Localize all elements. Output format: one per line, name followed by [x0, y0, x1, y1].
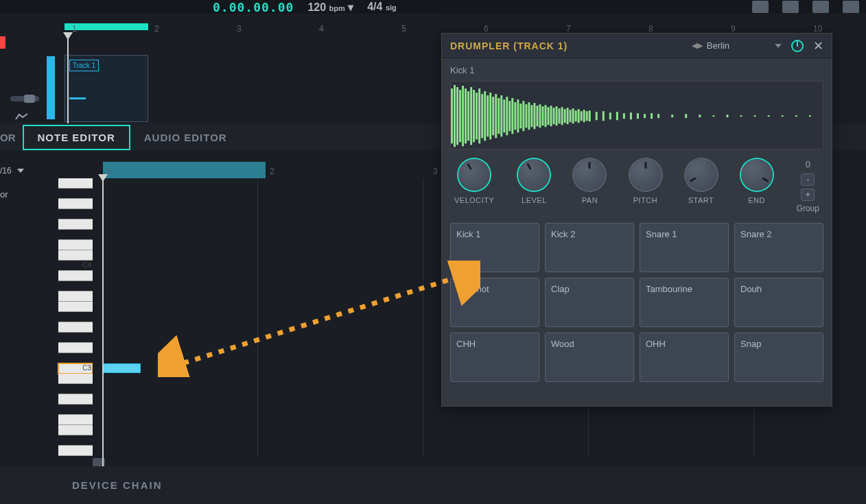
piano-key-white[interactable] [58, 240, 93, 250]
svg-rect-47 [581, 111, 583, 121]
drum-pad-kick-1[interactable]: Kick 1 [450, 223, 539, 272]
svg-rect-67 [754, 115, 756, 117]
group-minus-button[interactable]: - [801, 173, 815, 186]
tab-note-editor[interactable]: NOTE EDITOR [23, 125, 130, 150]
piano-key-black[interactable] [58, 353, 93, 363]
piano-key-black[interactable] [58, 333, 93, 343]
svg-rect-18 [500, 95, 502, 136]
piano-key-white[interactable] [58, 199, 93, 209]
piano-key-white[interactable] [58, 219, 93, 230]
power-button[interactable] [791, 40, 804, 52]
device-chain-label[interactable]: DEVICE CHAIN [72, 479, 163, 491]
piano-key-white[interactable] [58, 446, 93, 456]
piano-key-black[interactable] [58, 312, 93, 322]
svg-rect-4 [462, 86, 464, 146]
automation-icon[interactable] [15, 112, 29, 123]
svg-rect-31 [536, 106, 538, 126]
timeline-mark-1: 1 [72, 24, 77, 34]
tool-icon-3[interactable] [843, 1, 859, 13]
piano-key-black[interactable] [58, 384, 93, 394]
knob-dial[interactable] [574, 159, 605, 191]
plugin-header[interactable]: DRUMPLER (TRACK 1) ◀▶ Berlin ✕ [442, 34, 832, 58]
playhead-top[interactable] [63, 32, 73, 40]
tab-audio-editor[interactable]: AUDIO EDITOR [130, 126, 241, 149]
editor-tab-partial[interactable]: OR [0, 126, 23, 149]
preset-prev-next-icon[interactable]: ◀▶ [692, 41, 703, 50]
note-editor-loop-region[interactable] [103, 162, 266, 178]
bpm-suffix: bpm [329, 4, 345, 12]
svg-rect-38 [556, 106, 558, 125]
preset-selector[interactable]: ◀▶ Berlin [692, 40, 782, 51]
piano-key-white[interactable] [58, 291, 93, 302]
clip-note-preview [69, 97, 86, 99]
svg-rect-12 [484, 91, 486, 141]
piano-key-black[interactable] [58, 189, 93, 199]
slider-thumb[interactable] [24, 95, 35, 103]
svg-rect-54 [616, 112, 618, 120]
piano-key-white[interactable]: C3 [58, 363, 93, 374]
svg-rect-25 [519, 104, 522, 128]
piano-key-black[interactable] [58, 209, 93, 219]
svg-rect-60 [657, 114, 659, 118]
snap-dropdown[interactable]: /16 [0, 166, 24, 176]
knob-dial[interactable] [630, 159, 662, 191]
knob-dial[interactable] [741, 159, 773, 191]
playhead-note-editor[interactable] [98, 174, 108, 182]
svg-rect-19 [503, 99, 505, 132]
piano-key-black[interactable]: C4 [58, 261, 93, 271]
drum-pad-tambourine[interactable]: Tambourine [640, 278, 729, 327]
waveform-display[interactable] [450, 81, 823, 149]
svg-rect-32 [539, 104, 541, 128]
piano-key-black[interactable] [58, 230, 93, 240]
group-plus-button[interactable]: + [801, 189, 815, 201]
track-record-partial[interactable] [0, 36, 5, 49]
drum-pad-kick-2[interactable]: Kick 2 [545, 223, 634, 272]
track-volume-slider[interactable] [10, 96, 39, 101]
piano-key-black[interactable] [58, 435, 93, 446]
piano-key-white[interactable] [58, 178, 93, 189]
piano-key-black[interactable] [58, 281, 93, 291]
drum-pad-snare-1[interactable]: Snare 1 [640, 223, 729, 272]
piano-key-white[interactable] [58, 343, 93, 353]
drum-pad-snap[interactable]: Snap [734, 333, 823, 382]
chevron-down-icon[interactable] [775, 44, 782, 48]
midi-clip[interactable]: Track 1 [65, 55, 148, 122]
group-label: Group [797, 204, 819, 213]
timeline-mark-10: 10 [813, 24, 822, 34]
drum-pad-rimshot[interactable]: Rimshot [450, 278, 539, 327]
knob-dial[interactable] [458, 159, 490, 191]
drum-pad-clap[interactable]: Clap [545, 278, 634, 327]
svg-rect-49 [586, 111, 588, 121]
svg-rect-66 [740, 115, 742, 117]
piano-roll[interactable]: C4C3 [58, 178, 93, 456]
drum-pad-snare-2[interactable]: Snare 2 [734, 223, 823, 272]
timeline-mark-3: 3 [237, 24, 242, 34]
piano-key-black[interactable] [58, 405, 93, 415]
piano-key-white[interactable] [58, 302, 93, 312]
piano-key-white[interactable] [58, 425, 93, 435]
piano-key-white[interactable] [58, 374, 93, 384]
piano-key-white[interactable] [58, 415, 93, 425]
knob-dial[interactable] [518, 159, 550, 191]
drum-pad-ohh[interactable]: OHH [640, 333, 729, 382]
drum-pad-wood[interactable]: Wood [545, 333, 634, 382]
piano-key-white[interactable] [58, 250, 93, 261]
piano-key-white[interactable] [58, 271, 93, 281]
close-icon[interactable]: ✕ [813, 38, 823, 53]
midi-note[interactable] [103, 363, 141, 373]
tool-icon-2[interactable] [812, 1, 829, 13]
svg-rect-16 [495, 94, 497, 138]
knob-pitch: PITCH [630, 159, 662, 204]
drum-pad-douh[interactable]: Douh [734, 278, 823, 327]
time-signature-display[interactable]: 4/4 sig [367, 1, 397, 13]
svg-rect-26 [522, 101, 524, 131]
bpm-display[interactable]: 120 bpm ▾ [307, 1, 353, 14]
tool-icon-1[interactable] [782, 1, 799, 13]
drum-pad-chh[interactable]: CHH [450, 333, 539, 382]
piano-key-white[interactable] [58, 322, 93, 333]
knob-pointer [467, 163, 472, 170]
track-header-partial[interactable] [0, 53, 55, 122]
knob-dial[interactable] [686, 159, 717, 191]
piano-key-white[interactable] [58, 394, 93, 405]
loop-icon[interactable] [752, 1, 769, 13]
